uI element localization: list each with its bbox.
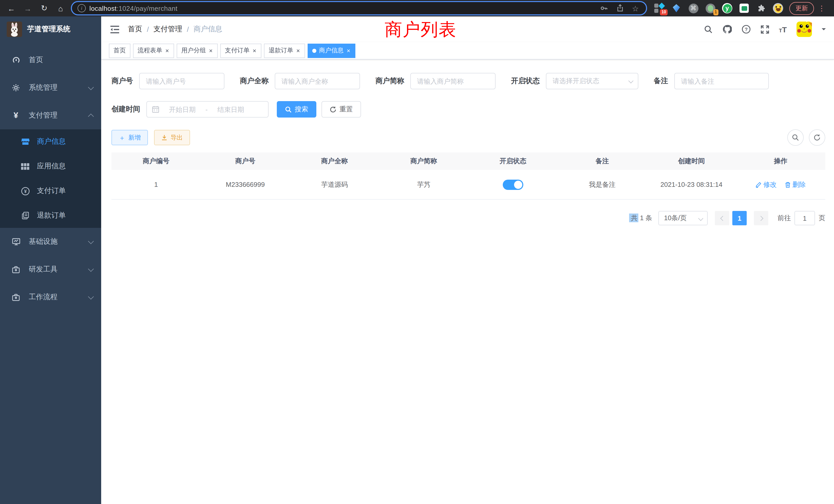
tab-refund-order[interactable]: 退款订单×	[264, 43, 305, 58]
cell-full-name: 芋道源码	[290, 180, 379, 189]
cell-short-name: 芋艿	[379, 180, 468, 189]
forward-icon[interactable]: →	[21, 2, 35, 15]
sidebar-item-devtools[interactable]: 研发工具	[0, 256, 101, 283]
key-icon[interactable]	[599, 4, 608, 12]
sidebar-item-pay[interactable]: ¥ 支付管理	[0, 101, 101, 129]
collapse-sidebar-icon[interactable]	[109, 24, 120, 35]
add-button[interactable]: ＋ 新增	[111, 130, 148, 145]
edit-label: 修改	[763, 180, 777, 189]
address-bar[interactable]: i localhost:1024/pay/merchant ☆	[71, 1, 647, 16]
extension-squares-icon[interactable]: 10	[654, 3, 664, 13]
tab-process-form[interactable]: 流程表单×	[133, 43, 174, 58]
sidebar-item-refund-order[interactable]: 退款订单	[0, 203, 101, 228]
sidebar-item-label: 研发工具	[29, 265, 58, 274]
start-date-input[interactable]	[162, 105, 202, 114]
sidebar-item-app-info[interactable]: 应用信息	[0, 154, 101, 179]
sidebar-item-workflow[interactable]: 工作流程	[0, 283, 101, 311]
page-1-button[interactable]: 1	[732, 211, 747, 225]
chevron-down-icon	[88, 238, 94, 244]
github-icon[interactable]	[722, 25, 731, 34]
reset-button[interactable]: 重置	[322, 101, 361, 117]
back-icon[interactable]: ←	[4, 2, 19, 15]
cell-merchant-id: 1	[111, 181, 201, 188]
extension-y-icon[interactable]: y	[722, 3, 732, 13]
cell-merchant-no: M233666999	[201, 181, 290, 188]
status-select[interactable]: 请选择开启状态	[546, 73, 638, 89]
end-date-input[interactable]	[211, 105, 251, 114]
annotation-merchant-list: 商户列表	[385, 18, 457, 42]
remark-input[interactable]	[674, 73, 769, 89]
page-size-select[interactable]: 10条/页	[658, 211, 708, 225]
delete-link[interactable]: 删除	[785, 180, 806, 189]
browser-update-button[interactable]: 更新	[789, 2, 814, 15]
sidebar-item-label: 工作流程	[29, 293, 58, 302]
bookmark-star-icon[interactable]: ☆	[632, 4, 639, 12]
breadcrumb-separator: /	[187, 25, 189, 33]
close-icon[interactable]: ×	[208, 47, 213, 54]
home-icon[interactable]: ⌂	[53, 2, 68, 15]
search-button[interactable]: 搜索	[277, 101, 316, 117]
date-range-picker[interactable]: -	[146, 101, 269, 117]
chevron-down-icon	[628, 78, 634, 84]
reload-icon[interactable]: ↻	[37, 2, 51, 15]
merchant-no-input[interactable]	[139, 73, 224, 89]
close-icon[interactable]: ×	[346, 47, 351, 54]
sidebar-item-system[interactable]: 系统管理	[0, 74, 101, 101]
sidebar-logo-row[interactable]: 芋道管理系统	[0, 17, 101, 42]
extension-balloon-icon[interactable]	[671, 3, 681, 13]
browser-menu-icon[interactable]: ⋮	[818, 4, 825, 12]
extension-recorder-icon[interactable]: 1	[705, 3, 716, 13]
close-icon[interactable]: ×	[296, 47, 301, 54]
breadcrumb-current: 商户信息	[194, 25, 222, 34]
sidebar-item-infra[interactable]: 基础设施	[0, 228, 101, 256]
filter-row-1: 商户号 商户全称 商户简称 开启状态 请选择开启状态	[111, 73, 825, 89]
grid-icon	[20, 163, 31, 169]
extension-chat-icon[interactable]	[739, 3, 749, 13]
caret-down-icon[interactable]	[822, 28, 826, 32]
short-name-input[interactable]	[410, 73, 496, 89]
status-toggle[interactable]	[503, 179, 523, 190]
chevron-down-icon	[698, 216, 703, 221]
export-button[interactable]: 导出	[154, 130, 190, 145]
sidebar-menu: 首页 系统管理 ¥ 支付管理	[0, 42, 101, 311]
export-button-label: 导出	[171, 133, 183, 142]
table-toolbar: ＋ 新增 导出	[111, 129, 825, 146]
next-page-button[interactable]	[754, 211, 768, 225]
add-button-label: 新增	[128, 133, 141, 142]
font-size-icon[interactable]: TT	[779, 25, 787, 33]
yen-icon: ¥	[10, 111, 22, 120]
chevron-down-icon	[88, 294, 94, 299]
extensions-puzzle-icon[interactable]	[756, 3, 766, 13]
prev-page-button[interactable]	[715, 211, 729, 225]
date-separator: -	[205, 106, 208, 113]
goto-page-input[interactable]	[794, 211, 815, 225]
help-icon[interactable]: ?	[741, 25, 750, 34]
extension-command-icon[interactable]: ⌘	[688, 3, 698, 13]
share-icon[interactable]	[616, 4, 624, 12]
trash-icon	[785, 181, 791, 188]
profile-avatar-icon[interactable]	[773, 3, 783, 13]
edit-link[interactable]: 修改	[756, 180, 777, 189]
search-icon[interactable]	[704, 25, 712, 33]
total-value: 1	[640, 214, 643, 222]
breadcrumb-home[interactable]: 首页	[128, 25, 142, 34]
page-size-value: 10条/页	[664, 213, 687, 223]
toggle-search-button[interactable]	[787, 129, 804, 146]
sidebar-item-home[interactable]: 首页	[0, 46, 101, 74]
breadcrumb-pay[interactable]: 支付管理	[154, 25, 182, 34]
close-icon[interactable]: ×	[252, 47, 257, 54]
sidebar: 芋道管理系统 首页 系统管理 ¥	[0, 17, 101, 504]
tab-pay-order[interactable]: 支付订单×	[220, 43, 261, 58]
close-icon[interactable]: ×	[165, 47, 170, 54]
tab-user-group[interactable]: 用户分组×	[177, 43, 218, 58]
sidebar-item-merchant-info[interactable]: 商户信息	[0, 129, 101, 154]
sidebar-item-pay-order[interactable]: ¥ 支付订单	[0, 179, 101, 203]
refresh-button[interactable]	[809, 129, 825, 146]
full-name-input[interactable]	[275, 73, 360, 89]
tab-home[interactable]: 首页	[109, 43, 130, 58]
user-avatar[interactable]	[796, 22, 812, 37]
site-info-icon[interactable]: i	[77, 4, 86, 13]
shop-icon	[20, 138, 31, 146]
fullscreen-icon[interactable]	[760, 25, 769, 33]
tab-merchant-info[interactable]: 商户信息×	[308, 43, 355, 58]
